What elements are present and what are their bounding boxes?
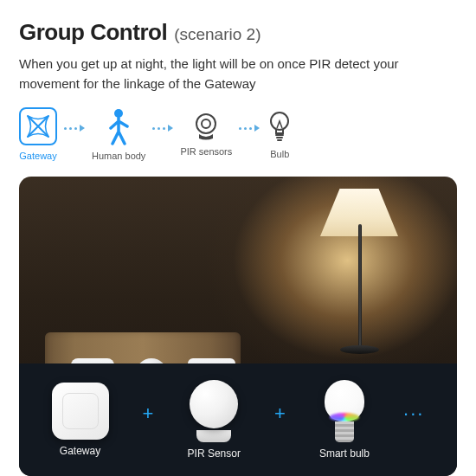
- scene-illustration: Gateway + PIR Sensor + Smart bulb ···: [19, 177, 457, 476]
- pir-icon: [191, 112, 221, 141]
- human-icon: [103, 107, 134, 145]
- gateway-product-icon: [52, 383, 109, 440]
- description-text: When you get up at night, the light will…: [19, 55, 457, 93]
- page-title: Group Control: [19, 19, 167, 46]
- product-gateway: Gateway: [52, 383, 109, 457]
- product-row: Gateway + PIR Sensor + Smart bulb ···: [19, 363, 457, 476]
- flow-item-bulb: Bulb: [267, 109, 293, 159]
- flow-item-pir: PIR sensors: [180, 112, 232, 157]
- more-icon: ···: [403, 402, 424, 425]
- product-label-gateway: Gateway: [60, 445, 100, 457]
- gateway-icon: [19, 107, 57, 145]
- product-pir: PIR Sensor: [188, 380, 241, 460]
- flow-item-gateway: Gateway: [19, 107, 57, 161]
- bulb-product-icon: [323, 380, 366, 442]
- title-row: Group Control (scenario 2): [19, 19, 457, 46]
- product-label-bulb: Smart bulb: [319, 447, 370, 460]
- bulb-icon: [267, 109, 293, 144]
- plus-icon: +: [143, 402, 154, 425]
- flow-label-human: Human body: [92, 151, 145, 161]
- product-label-pir: PIR Sensor: [188, 447, 241, 460]
- flow-item-human: Human body: [92, 107, 145, 161]
- page-subtitle: (scenario 2): [174, 25, 261, 44]
- plus-icon: +: [274, 402, 286, 425]
- flow-label-bulb: Bulb: [270, 149, 289, 159]
- arrow-icon: [239, 125, 260, 132]
- flow-label-gateway: Gateway: [19, 151, 56, 161]
- flow-label-pir: PIR sensors: [180, 146, 232, 157]
- product-bulb: Smart bulb: [319, 380, 370, 460]
- pir-product-icon: [190, 380, 238, 428]
- svg-point-1: [196, 114, 215, 133]
- flow-diagram: Gateway Human body PIR sensors: [19, 107, 457, 161]
- arrow-icon: [152, 125, 173, 132]
- arrow-icon: [64, 125, 85, 132]
- svg-point-2: [202, 119, 210, 128]
